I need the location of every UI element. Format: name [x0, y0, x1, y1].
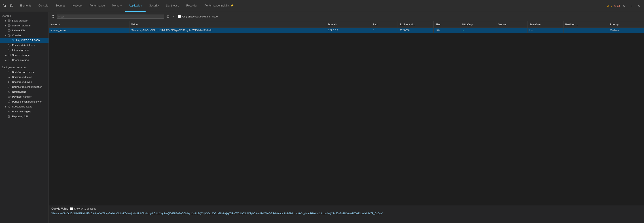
svg-rect-4 — [8, 25, 10, 27]
cookie-value-panel: Cookie Value Show URL-decoded "Bearer ey… — [49, 205, 644, 223]
only-show-issues-checkbox-wrap[interactable]: Only show cookies with an issue — [178, 15, 218, 18]
svg-point-10 — [9, 35, 10, 36]
local-storage-icon — [8, 19, 11, 22]
toolbar: Elements Console Sources Network Perform… — [0, 0, 644, 12]
sidebar-item-background-fetch[interactable]: Background fetch — [0, 75, 48, 80]
col-header-samesite[interactable]: SameSite — [528, 21, 563, 28]
show-url-decoded-checkbox[interactable] — [70, 207, 73, 210]
settings-button[interactable]: ⚙ — [622, 3, 627, 9]
col-header-value[interactable]: Value — [129, 21, 326, 28]
tab-security[interactable]: Security — [146, 0, 162, 12]
sidebar-item-cookies[interactable]: ▼ Cookies — [0, 33, 48, 38]
sidebar-item-cache-storage[interactable]: ▶ Cache storage — [0, 58, 48, 63]
svg-point-12 — [13, 40, 13, 40]
col-header-httponly[interactable]: HttpOnly — [460, 21, 496, 28]
svg-point-20 — [8, 86, 10, 88]
table-cell: "Bearer eyJhbGciOiJIUzI1NiIsInR5cCI6IkpX… — [129, 28, 326, 33]
col-header-name[interactable]: Name ▼ — [49, 21, 129, 28]
col-header-path[interactable]: Path — [371, 21, 398, 28]
only-show-issues-checkbox[interactable] — [178, 15, 181, 18]
speculative-loads-icon — [8, 105, 11, 108]
tab-elements[interactable]: Elements — [16, 0, 35, 12]
indexeddb-icon — [8, 29, 11, 32]
sidebar-item-label: Local storage — [12, 19, 28, 22]
sidebar-item-speculative-loads[interactable]: ▶ Speculative loads — [0, 104, 48, 109]
svg-point-13 — [13, 40, 14, 41]
sidebar-item-label: Session storage — [12, 24, 30, 27]
sidebar-item-session-storage[interactable]: ▶ Session storage — [0, 23, 48, 28]
tab-application[interactable]: Application — [125, 0, 146, 12]
tab-sources[interactable]: Sources — [52, 0, 69, 12]
col-header-size[interactable]: Size — [434, 21, 460, 28]
sidebar-item-label: Cache storage — [12, 59, 29, 61]
tab-lighthouse[interactable]: Lighthouse — [162, 0, 183, 12]
sidebar-item-reporting-api[interactable]: Reporting API — [0, 114, 48, 119]
tab-bar: Elements Console Sources Network Perform… — [16, 0, 604, 12]
table-body: access_token"Bearer eyJhbGciOiJIUzI1NiIs… — [49, 28, 644, 33]
sidebar-item-indexeddb[interactable]: IndexedDB — [0, 28, 48, 33]
tab-console[interactable]: Console — [35, 0, 52, 12]
sidebar-item-push-messaging[interactable]: Push messaging — [0, 109, 48, 114]
sidebar-item-cookies-url[interactable]: http://127.0.0.1:8000 — [0, 38, 48, 43]
col-header-secure[interactable]: Secure — [496, 21, 528, 28]
col-header-partition[interactable]: Partition ... — [563, 21, 608, 28]
sidebar-item-label: IndexedDB — [12, 29, 25, 32]
tab-network[interactable]: Network — [69, 0, 86, 12]
sidebar-item-payment-handler[interactable]: Payment handler — [0, 94, 48, 99]
background-services-section-header: Background services — [0, 64, 48, 70]
sidebar-item-label: Back/forward cache — [12, 71, 35, 73]
toolbar-left — [0, 3, 16, 9]
filter-input[interactable] — [58, 15, 162, 18]
sidebar-item-label: Speculative loads — [12, 105, 32, 108]
only-show-issues-label: Only show cookies with an issue — [182, 15, 218, 18]
tab-performance[interactable]: Performance — [86, 0, 108, 12]
show-url-decoded-wrap[interactable]: Show URL-decoded — [70, 207, 96, 210]
sidebar-item-bounce-tracking[interactable]: Bounce tracking mitigation — [0, 84, 48, 89]
tab-recorder[interactable]: Recorder — [183, 0, 201, 12]
cookies-url-icon — [12, 39, 15, 42]
chevron-right-icon: ▶ — [4, 59, 7, 61]
sidebar: Storage ▶ Local storage ▶ Session storag… — [0, 12, 49, 223]
svg-point-18 — [8, 59, 10, 61]
sidebar-item-local-storage[interactable]: ▶ Local storage — [0, 18, 48, 23]
chevron-right-icon: ▶ — [4, 19, 7, 22]
svg-rect-16 — [8, 54, 10, 56]
close-filter-button[interactable]: ✕ — [171, 14, 176, 19]
sidebar-item-shared-storage[interactable]: ▶ Shared storage — [0, 53, 48, 58]
table-row[interactable]: access_token"Bearer eyJhbGciOiJIUzI1NiIs… — [49, 28, 644, 33]
warning-icon: ⚠ — [607, 4, 610, 8]
col-header-priority[interactable]: Priority — [608, 21, 644, 28]
cookies-table-container[interactable]: Name ▼ Value Domain Path Expires / M... … — [49, 21, 644, 205]
refresh-button[interactable] — [50, 14, 56, 19]
clear-all-button[interactable] — [166, 14, 170, 19]
device-toolbar-button[interactable] — [8, 3, 15, 9]
tab-performance-insights[interactable]: Performance insights ⚡ — [201, 0, 238, 12]
tab-memory[interactable]: Memory — [108, 0, 125, 12]
periodic-background-sync-icon — [8, 100, 11, 103]
filter-input-wrap — [57, 15, 164, 19]
back-forward-cache-icon — [8, 71, 11, 74]
more-options-button[interactable]: ⋮ — [629, 3, 634, 9]
sidebar-item-label: http://127.0.0.1:8000 — [16, 39, 40, 42]
cookie-value-header: Cookie Value Show URL-decoded — [52, 207, 641, 210]
bounce-tracking-icon — [8, 85, 11, 88]
cookies-table: Name ▼ Value Domain Path Expires / M... … — [49, 21, 644, 33]
sidebar-item-background-sync[interactable]: Background sync — [0, 80, 48, 84]
toolbar-right: ⚠ 1 ✕ 13 ⚙ ⋮ ✕ — [604, 3, 644, 9]
table-cell: Medium — [608, 28, 644, 33]
sidebar-item-notifications[interactable]: Notifications — [0, 89, 48, 94]
inspect-element-button[interactable] — [2, 3, 8, 9]
col-header-domain[interactable]: Domain — [326, 21, 371, 28]
sidebar-item-private-state-tokens[interactable]: Private state tokens — [0, 43, 48, 48]
chevron-right-icon: ▶ — [4, 105, 7, 108]
close-devtools-button[interactable]: ✕ — [636, 3, 641, 9]
sidebar-item-back-forward-cache[interactable]: Back/forward cache — [0, 70, 48, 75]
table-cell: 127.0.0.1 — [326, 28, 371, 33]
table-cell: access_token — [49, 28, 129, 33]
sidebar-item-periodic-background-sync[interactable]: Periodic background sync — [0, 99, 48, 104]
col-header-expires[interactable]: Expires / M... — [398, 21, 434, 28]
chevron-down-icon: ▼ — [4, 34, 7, 37]
show-url-decoded-label: Show URL-decoded — [74, 207, 96, 210]
interest-groups-icon — [8, 49, 11, 52]
sidebar-item-interest-groups[interactable]: Interest groups — [0, 48, 48, 53]
